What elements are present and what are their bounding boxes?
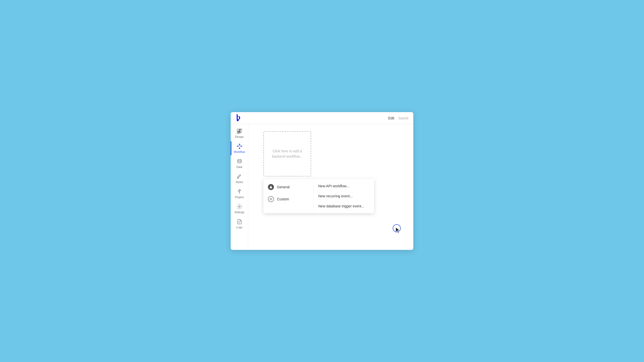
general-label: General: [277, 185, 290, 189]
svg-point-1: [237, 119, 239, 121]
sidebar-plugins-label: Plugins: [235, 196, 244, 199]
header: b Edit Saved: [231, 112, 413, 124]
styles-icon: [236, 173, 243, 179]
sidebar-logs-label: Logs: [236, 226, 243, 229]
sidebar-item-styles[interactable]: Styles: [231, 171, 248, 186]
svg-marker-21: [396, 227, 400, 233]
cursor-ring: [393, 224, 401, 232]
svg-point-14: [237, 178, 238, 179]
main-content: Click here to add a backend workflow... …: [248, 124, 413, 250]
logs-icon: [236, 219, 243, 225]
svg-point-19: [270, 186, 272, 187]
svg-rect-8: [239, 148, 240, 149]
svg-line-11: [239, 145, 241, 146]
dropdown-left: General Custom: [263, 179, 314, 213]
edit-button[interactable]: Edit: [388, 116, 394, 120]
dropdown-right: New API workflow... New recurring event.…: [314, 179, 374, 213]
sidebar-item-plugins[interactable]: Plugins: [231, 187, 248, 201]
sidebar-design-label: Design: [235, 135, 244, 138]
design-icon: [236, 128, 243, 134]
header-actions: Edit Saved: [388, 116, 408, 120]
svg-line-10: [237, 145, 239, 146]
sidebar: Design Workflow: [231, 124, 248, 250]
svg-rect-5: [239, 144, 240, 145]
settings-icon: [236, 204, 243, 210]
data-icon: [236, 158, 243, 164]
svg-point-20: [270, 199, 271, 200]
workflow-icon: [236, 143, 243, 149]
svg-point-16: [239, 206, 240, 207]
dropdown-general-item[interactable]: General: [263, 181, 313, 193]
sidebar-item-logs[interactable]: Logs: [231, 217, 248, 231]
dropdown-panel: General Custom New API work: [263, 179, 374, 213]
new-db-trigger-item[interactable]: New database trigger event...: [314, 201, 374, 211]
cursor-arrow: [394, 225, 401, 234]
workflow-add-text: Click here to add a backend workflow...: [264, 146, 311, 162]
svg-rect-7: [240, 146, 242, 147]
sidebar-item-settings[interactable]: Settings: [231, 202, 248, 216]
plugins-icon: [236, 189, 243, 195]
general-icon: [268, 184, 274, 190]
sidebar-data-label: Data: [236, 165, 242, 168]
svg-rect-6: [237, 146, 238, 147]
sidebar-settings-label: Settings: [234, 211, 245, 214]
sidebar-item-workflow[interactable]: Workflow: [231, 141, 248, 155]
app-logo: b: [236, 113, 245, 123]
cursor-indicator: [394, 225, 401, 235]
body: Design Workflow: [231, 124, 413, 250]
custom-icon: [268, 196, 274, 202]
app-window: b Edit Saved: [231, 112, 413, 250]
new-recurring-event-item[interactable]: New recurring event...: [314, 191, 374, 201]
sidebar-item-data[interactable]: Data: [231, 156, 248, 170]
workflow-add-box[interactable]: Click here to add a backend workflow...: [263, 131, 311, 176]
sidebar-workflow-label: Workflow: [234, 150, 245, 153]
dropdown-custom-item[interactable]: Custom: [263, 193, 313, 205]
sidebar-item-design[interactable]: Design: [231, 126, 248, 140]
new-api-workflow-item[interactable]: New API workflow...: [314, 181, 374, 191]
custom-label: Custom: [277, 197, 289, 201]
saved-status: Saved: [398, 116, 408, 120]
svg-point-13: [237, 159, 241, 161]
sidebar-styles-label: Styles: [236, 180, 243, 184]
